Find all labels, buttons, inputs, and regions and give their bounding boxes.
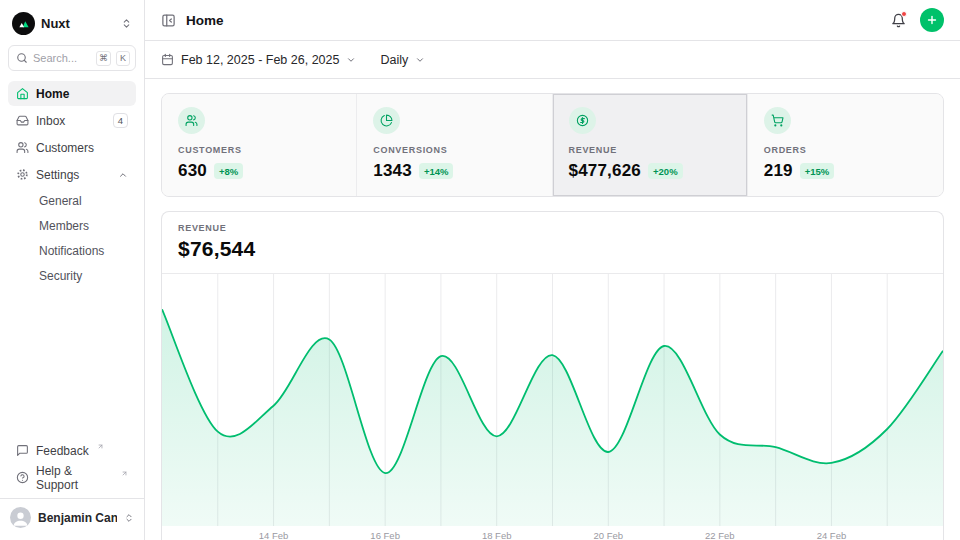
sidebar-subitem-label: Security — [39, 269, 82, 283]
stat-label: CUSTOMERS — [178, 145, 340, 155]
stat-value: 1343 — [373, 161, 412, 181]
stats-row: CUSTOMERS 630 +8% CONVERSIONS 1343 +14% — [161, 93, 944, 197]
home-icon — [16, 87, 29, 100]
revenue-chart-svg[interactable] — [162, 274, 943, 526]
chart-x-tick: 16 Feb — [370, 530, 400, 540]
sidebar-item-label: Feedback — [36, 444, 89, 458]
inbox-count-badge: 4 — [113, 113, 128, 128]
user-menu[interactable]: Benjamin Canac — [0, 498, 144, 532]
stat-delta-badge: +20% — [648, 163, 683, 179]
notifications-button[interactable] — [891, 13, 906, 28]
page-content: CUSTOMERS 630 +8% CONVERSIONS 1343 +14% — [145, 79, 960, 540]
users-icon — [178, 107, 205, 134]
chart-x-axis: 14 Feb16 Feb18 Feb20 Feb22 Feb24 Feb — [162, 526, 943, 540]
sidebar-subitem-label: Members — [39, 219, 89, 233]
chevron-up-icon — [118, 170, 128, 180]
stat-value: 630 — [178, 161, 207, 181]
granularity-label: Daily — [380, 53, 408, 67]
gear-icon — [16, 168, 29, 181]
avatar — [10, 507, 31, 528]
chevron-down-icon — [346, 55, 356, 65]
external-link-icon — [121, 470, 128, 477]
sidebar-item-help-support[interactable]: Help & Support — [8, 465, 136, 490]
sidebar-subitem-label: General — [39, 194, 82, 208]
chart-current-value: $76,544 — [178, 237, 927, 261]
inbox-icon — [16, 114, 29, 127]
sidebar-item-general[interactable]: General — [8, 189, 136, 212]
sidebar-item-members[interactable]: Members — [8, 214, 136, 237]
page-header: Home — [145, 0, 960, 41]
chart-x-tick: 24 Feb — [817, 530, 847, 540]
sidebar-collapse-icon[interactable] — [161, 13, 176, 28]
stat-tile-conversions[interactable]: CONVERSIONS 1343 +14% — [357, 94, 552, 196]
search-input[interactable] — [33, 52, 91, 64]
revenue-chart[interactable] — [162, 274, 943, 526]
search-icon — [16, 52, 28, 64]
sidebar-nav: Home Inbox 4 Customers Settings — [8, 81, 136, 287]
revenue-chart-card: REVENUE $76,544 14 Feb16 Feb18 Feb20 Feb… — [161, 211, 944, 540]
chart-header: REVENUE $76,544 — [162, 212, 943, 274]
notification-dot — [901, 11, 907, 17]
dollar-circle-icon — [569, 107, 596, 134]
users-icon — [16, 141, 29, 154]
sidebar-item-security[interactable]: Security — [8, 264, 136, 287]
stat-label: CONVERSIONS — [373, 145, 535, 155]
calendar-icon — [161, 53, 174, 66]
chart-x-tick: 18 Feb — [482, 530, 512, 540]
cart-icon — [764, 107, 791, 134]
stat-label: REVENUE — [569, 145, 731, 155]
chart-x-tick: 20 Feb — [593, 530, 623, 540]
kbd-k-key: K — [116, 51, 130, 66]
workspace-name: Nuxt — [41, 16, 115, 31]
chevrons-up-down-icon — [124, 513, 134, 523]
sidebar-item-label: Help & Support — [36, 464, 113, 492]
help-circle-icon — [16, 471, 29, 484]
sidebar-item-customers[interactable]: Customers — [8, 135, 136, 160]
date-range-picker[interactable]: Feb 12, 2025 - Feb 26, 2025 — [161, 53, 356, 67]
sidebar-footer: Feedback Help & Support — [8, 438, 136, 490]
chart-x-tick: 22 Feb — [705, 530, 735, 540]
sidebar-item-label: Home — [36, 87, 69, 101]
stat-value: 219 — [764, 161, 793, 181]
stat-tile-customers[interactable]: CUSTOMERS 630 +8% — [162, 94, 357, 196]
sidebar: Nuxt ⌘ K Home Inb — [0, 0, 145, 540]
chevrons-up-down-icon — [121, 18, 132, 29]
app-window: Nuxt ⌘ K Home Inb — [0, 0, 960, 540]
search-box[interactable]: ⌘ K — [8, 45, 136, 71]
sidebar-item-label: Inbox — [36, 114, 65, 128]
chevron-down-icon — [415, 55, 425, 65]
page-title: Home — [186, 13, 224, 28]
sidebar-item-home[interactable]: Home — [8, 81, 136, 106]
stat-delta-badge: +8% — [214, 163, 243, 179]
sidebar-item-settings[interactable]: Settings — [8, 162, 136, 187]
sidebar-item-feedback[interactable]: Feedback — [8, 438, 136, 463]
add-button[interactable] — [920, 8, 944, 32]
stat-label: ORDERS — [764, 145, 927, 155]
nuxt-logo-icon — [12, 12, 35, 35]
granularity-select[interactable]: Daily — [380, 53, 425, 67]
external-link-icon — [97, 443, 104, 450]
sidebar-item-label: Customers — [36, 141, 94, 155]
kbd-cmd-key: ⌘ — [96, 51, 111, 66]
sidebar-item-notifications[interactable]: Notifications — [8, 239, 136, 262]
stat-delta-badge: +15% — [800, 163, 835, 179]
filters-toolbar: Feb 12, 2025 - Feb 26, 2025 Daily — [145, 41, 960, 79]
stat-delta-badge: +14% — [419, 163, 454, 179]
main-panel: Home Feb 12, 2025 - Feb 26, 2025 — [145, 0, 960, 540]
stat-tile-revenue[interactable]: REVENUE $477,626 +20% — [553, 94, 748, 196]
chart-kicker: REVENUE — [178, 223, 927, 233]
date-range-label: Feb 12, 2025 - Feb 26, 2025 — [181, 53, 339, 67]
sidebar-item-inbox[interactable]: Inbox 4 — [8, 108, 136, 133]
user-name: Benjamin Canac — [38, 511, 117, 525]
stat-value: $477,626 — [569, 161, 642, 181]
chart-x-tick: 14 Feb — [259, 530, 289, 540]
sidebar-item-label: Settings — [36, 168, 79, 182]
chat-bubble-icon — [16, 444, 29, 457]
stat-tile-orders[interactable]: ORDERS 219 +15% — [748, 94, 943, 196]
sidebar-subitem-label: Notifications — [39, 244, 104, 258]
workspace-switcher[interactable]: Nuxt — [8, 8, 136, 45]
chart-pie-icon — [373, 107, 400, 134]
